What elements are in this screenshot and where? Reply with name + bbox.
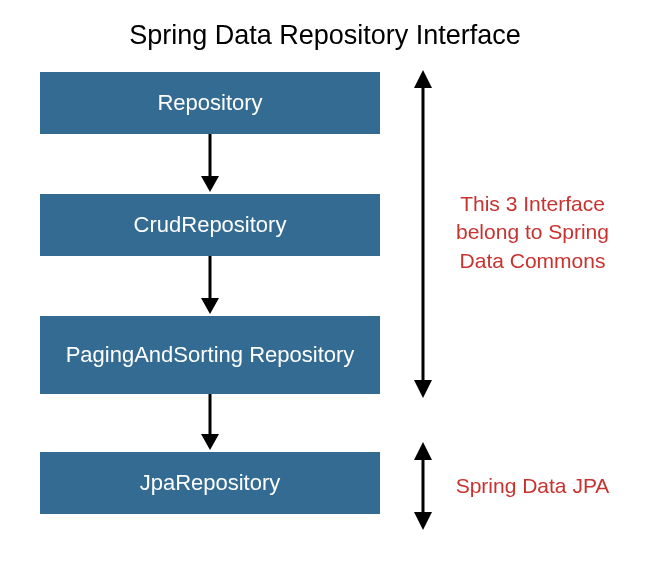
svg-marker-7: [414, 70, 432, 88]
annotation-commons: This 3 Interface belong to Spring Data C…: [445, 190, 620, 275]
bracket-commons-icon: [410, 70, 436, 402]
annotation-commons-line2: belong to Spring: [456, 220, 609, 243]
arrow-down-icon: [198, 134, 222, 198]
box-crud-repository: CrudRepository: [40, 194, 380, 256]
box-paging-repository-label: PagingAndSorting Repository: [66, 341, 355, 369]
box-repository: Repository: [40, 72, 380, 134]
box-paging-repository: PagingAndSorting Repository: [40, 316, 380, 394]
svg-marker-11: [414, 512, 432, 530]
arrow-down-icon: [198, 394, 222, 456]
svg-marker-8: [414, 380, 432, 398]
svg-marker-1: [201, 176, 219, 192]
svg-marker-10: [414, 442, 432, 460]
bracket-jpa-icon: [410, 442, 436, 534]
box-crud-repository-label: CrudRepository: [134, 211, 287, 239]
svg-marker-3: [201, 298, 219, 314]
box-repository-label: Repository: [157, 89, 262, 117]
box-jpa-repository-label: JpaRepository: [140, 469, 281, 497]
annotation-jpa-label: Spring Data JPA: [456, 474, 610, 497]
arrow-down-icon: [198, 256, 222, 320]
hierarchy-diagram: Repository CrudRepository PagingAndSorti…: [40, 72, 610, 562]
svg-marker-5: [201, 434, 219, 450]
box-jpa-repository: JpaRepository: [40, 452, 380, 514]
annotation-commons-line3: Data Commons: [460, 249, 606, 272]
annotation-jpa: Spring Data JPA: [445, 472, 620, 500]
page-title: Spring Data Repository Interface: [0, 20, 650, 51]
annotation-commons-line1: This 3 Interface: [460, 192, 605, 215]
